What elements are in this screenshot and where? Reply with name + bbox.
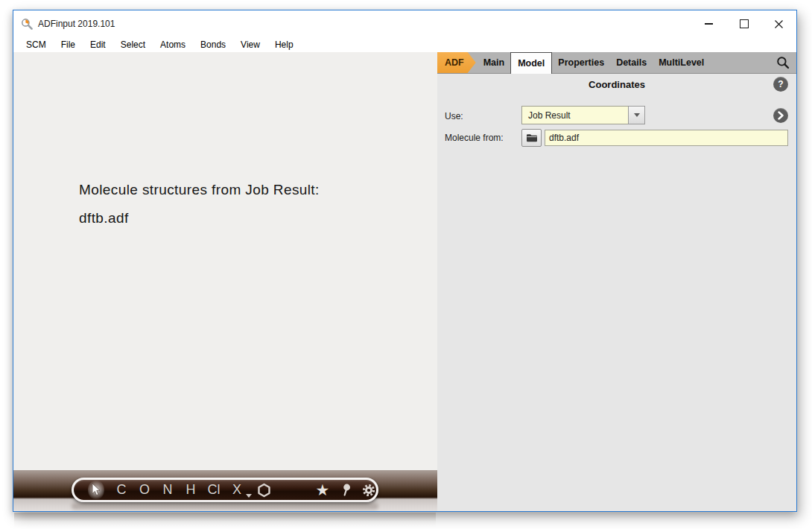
molecule-viewport[interactable]: Molecule structures from Job Result: dft… (13, 52, 437, 511)
maximize-icon (740, 19, 749, 28)
element-n-button[interactable]: N (159, 480, 176, 500)
pin-icon (340, 483, 352, 497)
triangle-down-icon (634, 113, 640, 117)
chevron-right-icon (777, 111, 784, 120)
maximize-button[interactable] (726, 10, 761, 37)
minimize-button[interactable] (691, 10, 726, 37)
title-bar: ADFinput 2019.101 (13, 10, 796, 37)
molecule-from-label: Molecule from: (445, 133, 504, 143)
element-o-button[interactable]: O (136, 480, 153, 500)
menu-edit[interactable]: Edit (83, 39, 113, 50)
atom-toolbar: C O N H Cl X (72, 478, 378, 502)
screenshot-stage: ADFinput 2019.101 SCM File E (0, 0, 812, 529)
element-h-button[interactable]: H (183, 480, 199, 500)
settings-panel: ADF Main Model Properties Details MultiL… (437, 52, 796, 511)
tab-main[interactable]: Main (478, 52, 510, 73)
menu-select[interactable]: Select (113, 39, 153, 50)
tab-adf[interactable]: ADF (437, 52, 476, 73)
menu-atoms[interactable]: Atoms (153, 39, 193, 50)
folder-icon (526, 133, 538, 142)
tab-strip: ADF Main Model Properties Details MultiL… (437, 52, 796, 74)
toolbar-reflection (72, 503, 378, 510)
pointer-tool-button[interactable] (88, 480, 104, 500)
use-label: Use: (445, 111, 463, 121)
question-icon: ? (778, 79, 783, 89)
menu-view[interactable]: View (233, 39, 267, 50)
menu-bar: SCM File Edit Select Atoms Bonds View He… (13, 37, 796, 52)
app-magnifier-icon (21, 18, 34, 31)
molecule-file-field[interactable]: dftb.adf (545, 130, 788, 146)
tab-properties[interactable]: Properties (552, 52, 610, 73)
main-area: Molecule structures from Job Result: dft… (13, 52, 796, 511)
use-combobox[interactable]: Job Result (521, 106, 645, 124)
menu-file[interactable]: File (54, 39, 83, 50)
tab-details[interactable]: Details (610, 52, 653, 73)
window-title: ADFinput 2019.101 (38, 19, 115, 29)
app-window: ADFinput 2019.101 SCM File E (13, 10, 797, 512)
browse-file-button[interactable] (521, 129, 542, 147)
settings-tool-button[interactable] (361, 480, 377, 500)
element-x-button[interactable]: X (229, 480, 245, 500)
help-button[interactable]: ? (773, 77, 788, 92)
search-button[interactable] (775, 54, 791, 71)
minimize-icon (705, 23, 713, 25)
hexagon-ring-icon (257, 483, 271, 498)
toolbar-strip: C O N H Cl X (13, 470, 437, 511)
menu-bonds[interactable]: Bonds (193, 39, 233, 50)
tab-model[interactable]: Model (510, 52, 552, 74)
element-cl-button[interactable]: Cl (206, 480, 222, 500)
close-button[interactable] (761, 10, 796, 37)
expand-button[interactable] (773, 108, 788, 123)
use-combobox-value[interactable]: Job Result (521, 106, 628, 124)
gear-icon (361, 483, 376, 498)
window-floor-reflection (14, 513, 436, 528)
search-icon (776, 56, 790, 69)
pin-tool-button[interactable] (337, 480, 354, 500)
tab-multilevel[interactable]: MultiLevel (653, 52, 710, 73)
ring-tool-button[interactable] (256, 480, 273, 500)
window-controls (691, 10, 796, 37)
cursor-arrow-icon (90, 483, 101, 497)
element-x-label: X (232, 482, 241, 498)
viewport-message-line1: Molecule structures from Job Result: (79, 176, 320, 204)
element-c-button[interactable]: C (113, 480, 130, 500)
menu-scm[interactable]: SCM (19, 39, 54, 50)
viewport-message-line2: dftb.adf (79, 204, 320, 232)
element-x-dropdown-icon (246, 494, 252, 498)
viewport-message: Molecule structures from Job Result: dft… (79, 176, 320, 232)
section-title: Coordinates (437, 79, 796, 90)
close-icon (774, 19, 784, 29)
menu-help[interactable]: Help (267, 39, 301, 50)
structures-tool-button[interactable]: ★ (314, 480, 331, 500)
use-combobox-dropdown-button[interactable] (628, 106, 645, 124)
